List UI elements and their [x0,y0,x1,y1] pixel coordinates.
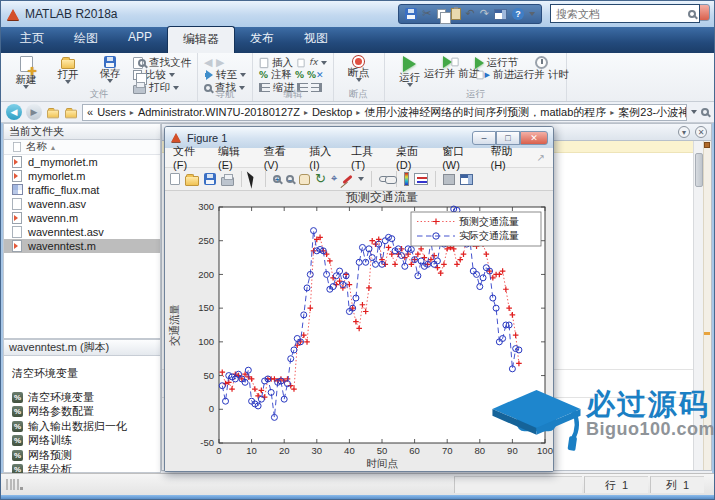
ribbon-button-运行并前进[interactable]: 运行并 前进 [431,55,473,79]
breadcrumb[interactable]: «Users▸Administrator.WIN7U-20180127Z▸Des… [82,104,687,121]
data-cursor-icon[interactable]: ⌖ [331,173,337,185]
open-folder-icon [61,56,75,69]
help-icon[interactable]: ? [512,8,524,20]
figure-menu-窗口(W)[interactable]: 窗口(W) [442,144,477,171]
file-item-wavenn.asv[interactable]: wavenn.asv [4,197,160,211]
search-icon[interactable] [688,10,696,18]
details-header[interactable]: wavenntest.m (脚本) [4,340,160,356]
scrollbar-thumb[interactable] [695,153,703,187]
ribbon-button-比较[interactable]: 比较 [133,70,191,82]
zoom-out-icon[interactable]: – [286,175,294,183]
pan-icon[interactable] [299,174,310,185]
tab-视图[interactable]: 视图 [289,26,343,53]
breadcrumb-segment[interactable]: 案例23-小波神经网络时间序列预测 [618,105,687,120]
zoom-in-icon[interactable]: + [273,175,281,183]
fx-icon[interactable]: fx [309,58,318,67]
path-dropdown-icon[interactable] [691,110,697,114]
rotate-3d-icon[interactable]: ↻ [315,173,326,185]
breadcrumb-segment[interactable]: Users [97,106,126,118]
figure-menu-帮助(H)[interactable]: 帮助(H) [490,144,523,171]
print-icon[interactable] [221,173,234,186]
ribbon-button-断点[interactable]: 断点 [338,55,380,82]
ribbon-button-查找文件[interactable]: 查找文件 [133,57,191,69]
editor-tab-menu-icon[interactable]: ▾ [678,126,690,138]
analyzer-indicator[interactable] [704,142,710,148]
tab-编辑器[interactable]: 编辑器 [167,26,235,53]
figure-close-button[interactable]: ✕ [520,131,548,145]
figure-menu-工具(T)[interactable]: 工具(T) [351,144,383,171]
ribbon-button-注释[interactable]: %注释%%✕ [259,70,327,82]
ribbon-button-新建[interactable]: ✚新建 [5,55,47,89]
plottools-on-icon[interactable] [460,174,473,185]
figure-menu-插入(I)[interactable]: 插入(I) [309,144,338,171]
new-doc-icon[interactable] [170,173,180,185]
save-icon[interactable] [204,173,216,185]
link-plots-icon[interactable] [379,176,389,182]
tab-主页[interactable]: 主页 [5,26,59,53]
tab-绘图[interactable]: 绘图 [59,26,113,53]
figure-menu-查看(V)[interactable]: 查看(V) [264,144,297,171]
figure-dock-icon[interactable]: ↗ [537,152,545,163]
statusbar-grip[interactable] [6,479,23,490]
save-icon[interactable] [405,8,417,20]
search-input[interactable] [554,7,688,21]
analyzer-warning-mark[interactable] [704,332,710,335]
file-item-wavenn.m[interactable]: wavenn.m [4,211,160,225]
browse-folder-icon[interactable] [65,109,77,118]
figure-minimize-button[interactable]: – [472,131,496,145]
row-value: 1 [622,479,628,491]
paste-icon[interactable] [451,8,461,20]
copy-icon[interactable] [437,9,446,19]
breadcrumb-segment[interactable]: Administrator.WIN7U-20180127Z [138,106,300,118]
tab-发布[interactable]: 发布 [235,26,289,53]
file-item-wavenntest.m[interactable]: wavenntest.m [4,239,160,253]
figure-maximize-button[interactable]: □ [496,131,520,145]
ribbon-button-保存[interactable]: 保存 [89,55,131,83]
brush-icon[interactable] [342,178,353,181]
caret-down-icon[interactable] [529,12,535,16]
file-item-traffic_flux.mat[interactable]: traffic_flux.mat [4,183,160,197]
undo-icon[interactable]: ↶ [466,8,475,20]
section-item-网络训练[interactable]: %网络训练 [4,434,160,447]
section-item-输入输出数据归一化[interactable]: %输入输出数据归一化 [4,420,160,433]
caret-down-icon[interactable] [321,61,327,65]
redo-icon[interactable]: ↷ [480,8,489,20]
ribbon-button-前进[interactable]: ▸前进 [475,70,519,82]
breadcrumb-segment[interactable]: Desktop [312,106,352,118]
figure-menu-桌面(D)[interactable]: 桌面(D) [396,144,429,171]
caret-down-icon[interactable] [358,177,364,181]
plottools-off-icon[interactable] [443,174,455,185]
file-item-mymorlet.m[interactable]: mymorlet.m [4,169,160,183]
open-folder-icon[interactable] [185,173,199,186]
forward-button[interactable]: ▶ [26,104,42,120]
current-folder-header[interactable]: 当前文件夹 [4,124,160,140]
tab-APP[interactable]: APP [113,26,167,53]
edit-arrow-icon[interactable] [249,170,258,188]
cut-icon[interactable]: ✂ [422,8,431,20]
breadcrumb-segment[interactable]: 使用小波神经网络的时间序列预测，matlab的程序 [364,105,606,120]
switch-window-icon[interactable] [494,9,507,20]
ribbon-button-插入[interactable]: 插入fx [259,57,327,69]
back-button[interactable]: ◀ [6,104,22,120]
colorbar-icon[interactable] [404,172,409,186]
ribbon-button-转至[interactable]: 转至 [204,70,246,82]
folder-search-icon[interactable] [701,108,709,116]
section-item-网络预测[interactable]: %网络预测 [4,449,160,462]
legend-icon[interactable] [414,173,428,185]
file-item-d_mymorlet.m[interactable]: d_mymorlet.m [4,155,160,169]
doc-mini-icon[interactable] [296,57,306,69]
editor-tab-close-icon[interactable]: ✕ [695,126,707,138]
ribbon-button-nav[interactable]: ◀ ▶ [204,57,246,69]
section-item-网络参数配置[interactable]: %网络参数配置 [4,405,160,418]
name-column-header[interactable]: 名称 ▴ [4,140,160,155]
percent-icon[interactable]: % [295,71,304,80]
figure-menu-文件(F)[interactable]: 文件(F) [173,144,205,171]
ribbon-button-运行节[interactable]: 运行节 [475,57,519,69]
percent-x-icon[interactable]: %✕ [307,71,324,80]
ribbon-button-打开[interactable]: 打开 [47,55,89,84]
section-item-清空环境变量[interactable]: %清空环境变量 [4,391,160,404]
ribbon-button-运行并计时[interactable]: 运行并 计时 [520,55,562,80]
figure-menu-编辑(E)[interactable]: 编辑(E) [218,144,251,171]
up-folder-icon[interactable] [47,109,59,118]
file-item-wavenntest.asv[interactable]: wavenntest.asv [4,225,160,239]
